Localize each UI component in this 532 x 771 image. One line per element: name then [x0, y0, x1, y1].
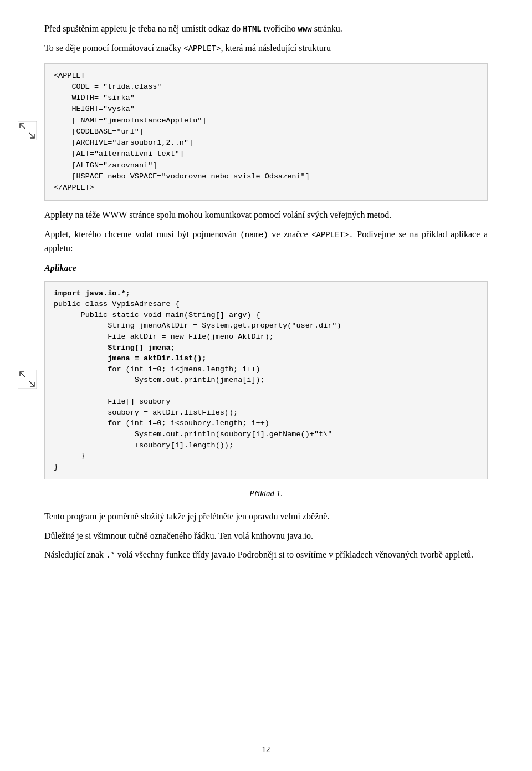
dulezite-text: Důležité je si všimnout tučně označeného…: [44, 531, 313, 540]
applety-text: Applety na téže WWW stránce spolu mohou …: [44, 210, 391, 219]
nasledujici-text-2: volá všechny funkce třídy java.io Podrob…: [115, 550, 473, 559]
applet-name-text-2: ve značce: [268, 229, 311, 239]
intro-paragraph: Před spuštěním appletu je třeba na něj u…: [44, 22, 488, 36]
nasledujici-paragraph: Následující znak .* volá všechny funkce …: [44, 548, 488, 562]
html-keyword: HTML: [243, 25, 262, 34]
nasledujici-text-1: Následující znak: [44, 550, 106, 559]
complex-paragraph: Tento program je poměrně složitý takže j…: [44, 510, 488, 524]
java-code-wrapper: import java.io.*; public class VypisAdre…: [44, 281, 488, 480]
wildcard-code: .*: [106, 551, 115, 560]
example-caption: Příklad 1.: [44, 487, 488, 500]
expand-icon-java[interactable]: [18, 370, 37, 391]
applet-code-wrapper: <APPLET CODE = "trida.class" WIDTH= "sir…: [44, 63, 488, 201]
applet-code-block: <APPLET CODE = "trida.class" WIDTH= "sir…: [44, 63, 488, 201]
name-code: (name): [240, 231, 268, 239]
intro-text-2: tvořícího: [262, 24, 298, 33]
applet-intro-text: To se děje pomocí formátovací značky: [44, 43, 183, 53]
intro-text-3: stránku.: [312, 24, 342, 33]
applety-paragraph: Applety na téže WWW stránce spolu mohou …: [44, 208, 488, 222]
aplikace-label: Aplikace: [44, 263, 488, 273]
applet-name-text-1: Applet, kterého chceme volat musí být po…: [44, 229, 240, 239]
applet-intro-paragraph: To se děje pomocí formátovací značky <AP…: [44, 42, 488, 55]
complex-text: Tento program je poměrně složitý takže j…: [44, 512, 329, 521]
applet-intro-cont: , která má následující strukturu: [221, 43, 331, 53]
java-code-block: import java.io.*; public class VypisAdre…: [44, 281, 488, 480]
applet-tag-inline: <APPLET>: [183, 44, 221, 53]
www-keyword: www: [298, 25, 312, 34]
applet-name-paragraph: Applet, kterého chceme volat musí být po…: [44, 228, 488, 256]
dulezite-paragraph: Důležité je si všimnout tučně označeného…: [44, 529, 488, 543]
applet-close-tag: <APPLET>.: [311, 231, 354, 239]
page-number: 12: [0, 745, 532, 754]
intro-text-1: Před spuštěním appletu je třeba na něj u…: [44, 24, 243, 33]
expand-icon-applet[interactable]: [18, 121, 37, 142]
page: Před spuštěním appletu je třeba na něj u…: [0, 0, 532, 771]
